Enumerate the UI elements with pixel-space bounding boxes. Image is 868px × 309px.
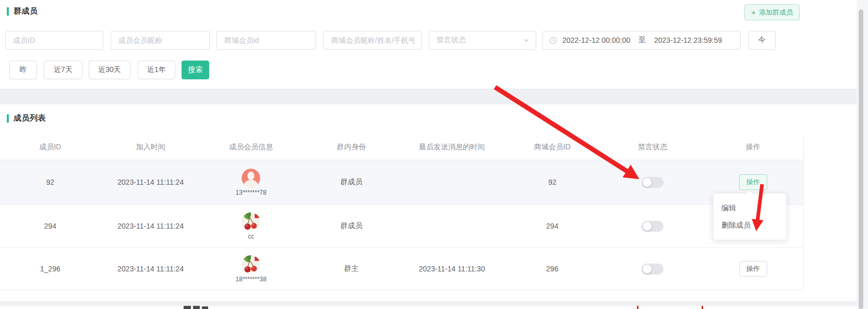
today-button[interactable]: 今	[748, 31, 776, 50]
member-label: 13*******78	[236, 189, 267, 196]
cell-last-message-time: 2023-11-14 11:11:30	[402, 265, 502, 273]
row-action-button[interactable]: 操作	[739, 261, 767, 277]
col-mall-member-id: 商城会员ID	[502, 142, 603, 152]
cell-member-id: 92	[0, 178, 101, 186]
add-group-member-button[interactable]: + 添加群成员	[744, 4, 800, 20]
cell-member-info: 18*******38	[201, 255, 302, 283]
mute-status-select[interactable]: 禁言状态	[429, 31, 536, 50]
cell-group-role: 群成员	[302, 221, 402, 231]
cell-join-time: 2023-11-14 11:11:24	[101, 265, 201, 273]
clock-icon	[549, 37, 557, 44]
table-row: 1_296 2023-11-14 11:11:24	[0, 248, 803, 290]
plus-icon: +	[751, 8, 756, 16]
panel-title-group-members: 群成员	[7, 6, 38, 16]
toggle-knob	[643, 178, 652, 187]
action-dropdown-menu: 编辑 删除成员	[713, 193, 787, 240]
member-id-input[interactable]	[5, 31, 103, 50]
group-members-panel: 群成员 + 添加群成员 禁言状态 2022-12-12 00:00:00 至 2…	[0, 0, 857, 89]
mall-member-id-input[interactable]	[216, 31, 316, 50]
table-row: 294 2023-11-14 11:11:24	[0, 205, 803, 248]
cell-mall-member-id: 294	[502, 222, 603, 230]
member-label: 18*******38	[236, 276, 267, 283]
mall-member-info-input[interactable]	[323, 31, 422, 50]
col-join-time: 加入时间	[101, 142, 201, 152]
cutoff-content-fragment	[0, 306, 857, 309]
cell-join-time: 2023-11-14 11:11:24	[101, 178, 201, 186]
member-list-title: 成员列表	[14, 113, 46, 123]
cell-member-info: cc	[201, 212, 302, 240]
menu-item-delete-member[interactable]: 删除成员	[714, 217, 786, 234]
cell-mute-status	[602, 264, 703, 275]
cell-group-role: 群成员	[302, 177, 402, 187]
chevron-down-icon	[523, 37, 529, 43]
table-row: 92 2023-11-14 11:11:24 13*******78 群成员	[0, 160, 803, 205]
cell-group-role: 群主	[302, 264, 402, 274]
toggle-knob	[643, 222, 652, 231]
date-range-picker[interactable]: 2022-12-12 00:00:00 至 2023-12-12 23:59:5…	[542, 31, 741, 50]
person-avatar-icon	[242, 169, 260, 187]
cherries-avatar	[242, 212, 260, 231]
yesterday-button[interactable]: 昨	[9, 61, 37, 79]
cell-join-time: 2023-11-14 11:11:24	[101, 222, 201, 230]
toggle-knob	[643, 265, 652, 274]
cell-actions: 操作	[703, 174, 804, 190]
cell-actions: 操作	[703, 261, 804, 277]
table-header-row: 成员ID 加入时间 成员会员信息 群内身份 最后发送消息的时间 商城会员ID 禁…	[0, 135, 803, 160]
date-range-separator: 至	[638, 35, 646, 45]
col-last-message-time: 最后发送消息的时间	[402, 142, 502, 152]
mute-toggle[interactable]	[642, 177, 664, 188]
member-label: cc	[248, 233, 254, 240]
col-mute-status: 禁言状态	[602, 142, 703, 152]
scrollbar-track	[857, 0, 868, 309]
title-accent-bar	[7, 114, 9, 123]
cell-mute-status	[602, 221, 703, 232]
cell-mute-status	[602, 177, 703, 188]
col-member-info: 成员会员信息	[201, 142, 302, 152]
scrollbar-thumb[interactable]	[859, 9, 863, 309]
cell-member-info: 13*******78	[201, 169, 302, 196]
date-end-value: 2023-12-12 23:59:59	[654, 36, 722, 44]
col-actions: 操作	[703, 142, 804, 152]
panel-title-member-list: 成员列表	[7, 113, 46, 123]
title-accent-bar	[7, 7, 9, 16]
mute-toggle[interactable]	[642, 264, 664, 275]
cell-mall-member-id: 92	[502, 178, 603, 186]
add-group-member-label: 添加群成员	[759, 8, 793, 17]
mute-status-placeholder: 禁言状态	[437, 35, 466, 45]
row-action-button[interactable]: 操作	[739, 174, 767, 190]
member-nickname-input[interactable]	[111, 31, 210, 50]
cherries-avatar	[242, 255, 260, 274]
cell-mall-member-id: 296	[502, 265, 603, 273]
col-member-id: 成员ID	[0, 142, 101, 152]
cell-member-id: 1_296	[0, 265, 101, 273]
last-7-days-button[interactable]: 近7天	[44, 61, 82, 79]
last-1-year-button[interactable]: 近1年	[138, 61, 175, 79]
menu-item-edit[interactable]: 编辑	[714, 199, 786, 217]
search-button[interactable]: 搜索	[182, 61, 209, 79]
cell-member-id: 294	[0, 222, 101, 230]
mute-toggle[interactable]	[642, 221, 664, 232]
date-start-value: 2022-12-12 00:00:00	[562, 36, 630, 44]
members-table: 成员ID 加入时间 成员会员信息 群内身份 最后发送消息的时间 商城会员ID 禁…	[0, 135, 804, 290]
last-30-days-button[interactable]: 近30天	[89, 61, 130, 79]
col-group-role: 群内身份	[302, 142, 402, 152]
page-title: 群成员	[14, 6, 38, 16]
